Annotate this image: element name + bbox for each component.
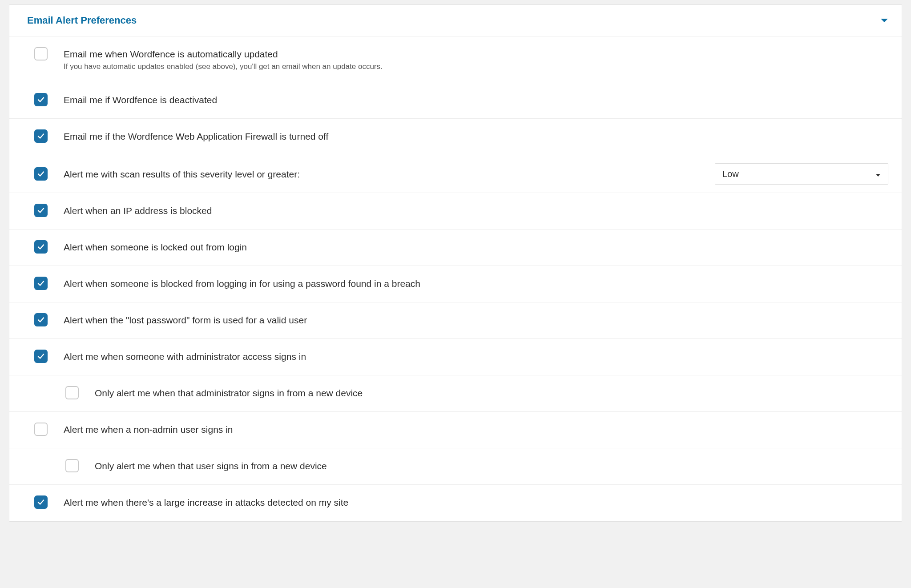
preference-row-nonadmin-signin: Alert me when a non-admin user signs in [9,412,902,448]
label-block: Alert when someone is locked out from lo… [64,240,888,254]
label-block: Only alert me when that user signs in fr… [95,459,888,472]
email-alert-preferences-panel: Email Alert Preferences Email me when Wo… [9,4,902,522]
preference-row-breach-password: Alert when someone is blocked from loggi… [9,266,902,302]
preference-row-deactivated: Email me if Wordfence is deactivated [9,82,902,119]
preference-label: Alert when someone is blocked from loggi… [64,278,888,290]
checkbox-waf-off[interactable] [34,129,48,143]
preference-row-lost-password: Alert when the "lost password" form is u… [9,302,902,339]
preference-label: Email me if Wordfence is deactivated [64,94,888,106]
panel-title: Email Alert Preferences [27,15,137,26]
chevron-down-icon [880,18,888,23]
preference-row-attack-increase: Alert me when there's a large increase i… [9,485,902,521]
preference-label: Only alert me when that user signs in fr… [95,460,888,472]
checkbox-breach-password[interactable] [34,277,48,290]
checkbox-admin-new-device[interactable] [65,386,79,399]
preference-row-admin-signin: Alert me when someone with administrator… [9,339,902,375]
label-block: Email me if Wordfence is deactivated [64,93,888,106]
preference-row-ip-blocked: Alert when an IP address is blocked [9,193,902,230]
preferences-list: Email me when Wordfence is automatically… [9,36,902,521]
checkbox-deactivated[interactable] [34,93,48,106]
severity-select-wrapper: Low [715,163,888,185]
checkbox-lost-password[interactable] [34,313,48,326]
checkbox-ip-blocked[interactable] [34,204,48,217]
caret-down-icon [875,169,881,179]
preference-row-nonadmin-new-device: Only alert me when that user signs in fr… [9,448,902,485]
preference-label: Email me when Wordfence is automatically… [64,48,888,60]
preference-label: Only alert me when that administrator si… [95,387,888,399]
preference-label: Alert when the "lost password" form is u… [64,314,888,326]
preference-sublabel: If you have automatic updates enabled (s… [64,62,888,71]
panel-header[interactable]: Email Alert Preferences [9,5,902,36]
label-block: Alert when an IP address is blocked [64,204,888,217]
preference-row-auto-update: Email me when Wordfence is automatically… [9,36,902,82]
severity-select-value: Low [722,169,739,179]
checkbox-admin-signin[interactable] [34,350,48,363]
label-block: Alert me when a non-admin user signs in [64,423,888,436]
preference-label: Alert me when a non-admin user signs in [64,423,888,436]
severity-select[interactable]: Low [715,163,888,185]
checkbox-severity[interactable] [34,167,48,181]
preference-label: Alert when an IP address is blocked [64,205,888,217]
checkbox-nonadmin-new-device[interactable] [65,459,79,472]
preference-row-admin-new-device: Only alert me when that administrator si… [9,375,902,412]
label-block: Alert when someone is blocked from loggi… [64,277,888,290]
preference-row-locked-out: Alert when someone is locked out from lo… [9,230,902,266]
preference-label: Email me if the Wordfence Web Applicatio… [64,130,888,143]
preference-label: Alert me with scan results of this sever… [64,168,704,181]
label-block: Alert me when there's a large increase i… [64,495,888,509]
checkbox-auto-update[interactable] [34,47,48,60]
preference-label: Alert me when someone with administrator… [64,350,888,363]
label-block: Alert when the "lost password" form is u… [64,313,888,326]
label-block: Alert me with scan results of this sever… [64,167,704,181]
preference-label: Alert when someone is locked out from lo… [64,241,888,254]
label-block: Alert me when someone with administrator… [64,350,888,363]
label-block: Only alert me when that administrator si… [95,386,888,399]
checkbox-nonadmin-signin[interactable] [34,423,48,436]
label-block: Email me when Wordfence is automatically… [64,47,888,71]
preference-label: Alert me when there's a large increase i… [64,496,888,509]
label-block: Email me if the Wordfence Web Applicatio… [64,129,888,143]
checkbox-locked-out[interactable] [34,240,48,254]
preference-row-waf-off: Email me if the Wordfence Web Applicatio… [9,119,902,155]
checkbox-attack-increase[interactable] [34,495,48,509]
preference-row-severity: Alert me with scan results of this sever… [9,155,902,193]
